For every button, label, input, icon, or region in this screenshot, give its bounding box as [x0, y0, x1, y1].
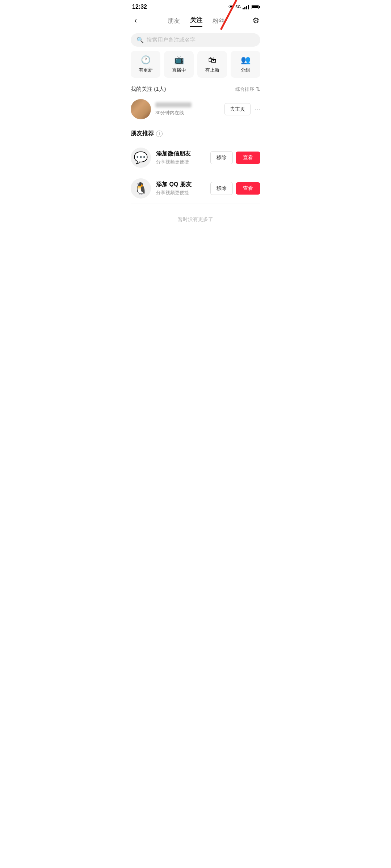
live-icon: 📺: [174, 55, 184, 65]
username-blurred: [155, 102, 192, 107]
chip-updated[interactable]: 🕐 有更新: [131, 51, 160, 78]
nav-tabs: 朋友 关注 粉丝: [168, 14, 225, 27]
clock-icon: 🕐: [141, 55, 151, 65]
more-options-button[interactable]: ···: [254, 105, 260, 114]
status-icons: 👁 5G: [228, 4, 259, 10]
qq-friend-actions: 移除 查看: [210, 182, 260, 195]
wechat-icon: 💬: [134, 151, 148, 165]
wechat-friend-name: 添加微信朋友: [156, 150, 205, 158]
search-section: 🔍 搜索用户备注或名字: [125, 30, 266, 51]
qq-friend-desc: 分享视频更便捷: [156, 190, 205, 196]
battery-icon: [251, 5, 259, 9]
search-bar[interactable]: 🔍 搜索用户备注或名字: [131, 33, 260, 47]
5g-icon: 5G: [235, 5, 241, 9]
wechat-friend-item: 💬 添加微信朋友 分享视频更便捷 移除 查看: [131, 142, 260, 173]
qq-icon: 🐧: [134, 182, 148, 195]
user-info: 30分钟内在线: [155, 102, 220, 116]
tab-following[interactable]: 关注: [190, 14, 202, 27]
friends-recommendation-title: 朋友推荐 i: [131, 130, 260, 137]
nav-bar: ‹ 朋友 关注 粉丝 ⚙: [125, 12, 266, 30]
qq-remove-button[interactable]: 移除: [210, 182, 233, 195]
wechat-friend-actions: 移除 查看: [210, 151, 260, 164]
no-more-text: 暂时没有更多了: [125, 205, 266, 230]
friends-title-text: 朋友推荐: [131, 130, 154, 137]
wechat-friend-desc: 分享视频更便捷: [156, 159, 205, 165]
chip-updated-label: 有更新: [139, 67, 153, 73]
settings-button[interactable]: ⚙: [252, 16, 260, 25]
search-icon: 🔍: [136, 37, 144, 43]
tab-friends[interactable]: 朋友: [168, 15, 180, 26]
wechat-friend-info: 添加微信朋友 分享视频更便捷: [156, 150, 205, 165]
wechat-view-button[interactable]: 查看: [236, 152, 260, 164]
chip-groups[interactable]: 👥 分组: [231, 51, 260, 78]
qq-friend-item: 🐧 添加 QQ 朋友 分享视频更便捷 移除 查看: [131, 173, 260, 204]
following-user-item: 30分钟内在线 去主页 ···: [125, 95, 266, 124]
chip-groups-label: 分组: [241, 67, 250, 73]
sort-icon: ⇅: [256, 86, 260, 93]
tab-fans[interactable]: 粉丝: [213, 15, 225, 26]
wechat-remove-button[interactable]: 移除: [210, 151, 233, 164]
info-icon[interactable]: i: [156, 131, 163, 137]
group-icon: 👥: [241, 55, 251, 65]
qq-friend-name: 添加 QQ 朋友: [156, 181, 205, 188]
sort-label: 综合排序: [235, 86, 254, 93]
following-count: 我的关注 (1人): [131, 86, 166, 93]
user-item-actions: 去主页 ···: [224, 103, 260, 115]
bag-icon: 🛍: [208, 55, 216, 65]
user-status: 30分钟内在线: [155, 110, 184, 115]
signal-icon: [243, 4, 249, 9]
qq-friend-info: 添加 QQ 朋友 分享视频更便捷: [156, 181, 205, 196]
friends-recommendation-section: 朋友推荐 i 💬 添加微信朋友 分享视频更便捷 移除 查看 🐧 添加 QQ 朋友…: [125, 124, 266, 205]
search-placeholder: 搜索用户备注或名字: [147, 37, 196, 43]
chip-new-product-label: 有上新: [205, 67, 219, 73]
following-section-header: 我的关注 (1人) 综合排序 ⇅: [125, 83, 266, 95]
goto-homepage-button[interactable]: 去主页: [224, 103, 251, 115]
qq-avatar: 🐧: [131, 178, 151, 199]
chip-live-label: 直播中: [172, 67, 186, 73]
status-bar: 12:32 👁 5G: [125, 0, 266, 12]
status-time: 12:32: [132, 4, 147, 10]
filter-chips: 🕐 有更新 📺 直播中 🛍 有上新 👥 分组: [125, 51, 266, 83]
qq-view-button[interactable]: 查看: [236, 182, 260, 195]
eye-icon: 👁: [228, 4, 234, 10]
sort-button[interactable]: 综合排序 ⇅: [235, 86, 260, 93]
chip-new-product[interactable]: 🛍 有上新: [197, 51, 227, 78]
user-avatar: [131, 99, 151, 119]
chip-live[interactable]: 📺 直播中: [164, 51, 194, 78]
wechat-avatar: 💬: [131, 148, 151, 168]
back-button[interactable]: ‹: [131, 14, 140, 27]
